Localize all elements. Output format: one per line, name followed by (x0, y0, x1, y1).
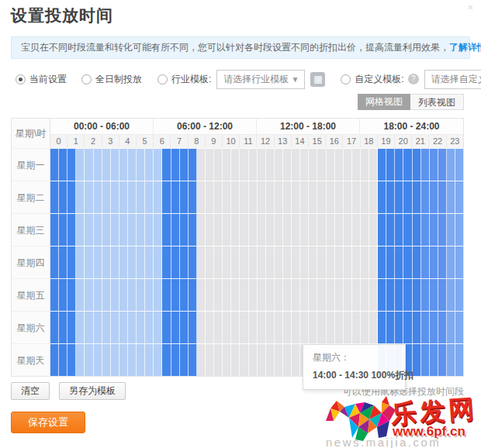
schedule-cell[interactable] (455, 213, 463, 246)
schedule-cell[interactable] (395, 148, 403, 181)
schedule-cell[interactable] (50, 213, 59, 246)
schedule-cell[interactable] (249, 278, 258, 311)
schedule-cell[interactable] (309, 311, 317, 343)
schedule-cell[interactable] (403, 311, 412, 343)
schedule-cell[interactable] (59, 181, 67, 213)
schedule-cell[interactable] (67, 343, 76, 376)
custom-template-select[interactable]: 请选择自定义模板 ▼ (424, 70, 481, 89)
schedule-cell[interactable] (59, 311, 67, 343)
schedule-cell[interactable] (76, 148, 85, 181)
schedule-cell[interactable] (102, 213, 111, 246)
schedule-cell[interactable] (189, 278, 197, 311)
schedule-cell[interactable] (128, 246, 137, 278)
schedule-cell[interactable] (275, 246, 283, 278)
schedule-cell[interactable] (206, 343, 214, 376)
schedule-cell[interactable] (59, 278, 67, 311)
schedule-cell[interactable] (344, 148, 352, 181)
schedule-cell[interactable] (94, 181, 102, 213)
help-icon[interactable]: ? (408, 74, 419, 84)
schedule-cell[interactable] (327, 246, 335, 278)
schedule-cell[interactable] (421, 213, 430, 246)
schedule-cell[interactable] (438, 148, 447, 181)
schedule-cell[interactable] (413, 343, 421, 376)
schedule-cell[interactable] (50, 148, 59, 181)
schedule-cell[interactable] (206, 148, 214, 181)
schedule-cell[interactable] (292, 278, 300, 311)
schedule-cell[interactable] (197, 278, 206, 311)
schedule-cell[interactable] (223, 311, 231, 343)
schedule-cell[interactable] (361, 311, 369, 343)
schedule-cell[interactable] (455, 181, 463, 213)
schedule-cell[interactable] (413, 213, 421, 246)
schedule-cell[interactable] (317, 181, 326, 213)
schedule-cell[interactable] (214, 343, 223, 376)
schedule-cell[interactable] (154, 311, 162, 343)
schedule-cell[interactable] (94, 278, 102, 311)
schedule-cell[interactable] (180, 181, 189, 213)
schedule-cell[interactable] (154, 278, 162, 311)
schedule-cell[interactable] (145, 311, 154, 343)
schedule-cell[interactable] (249, 148, 258, 181)
schedule-cell[interactable] (378, 311, 386, 343)
schedule-cell[interactable] (447, 311, 455, 343)
schedule-cell[interactable] (421, 343, 430, 376)
schedule-cell[interactable] (102, 181, 111, 213)
schedule-cell[interactable] (455, 148, 463, 181)
schedule-cell[interactable] (76, 246, 85, 278)
schedule-cell[interactable] (352, 213, 361, 246)
schedule-cell[interactable] (300, 181, 309, 213)
schedule-cell[interactable] (386, 246, 395, 278)
schedule-cell[interactable] (258, 148, 266, 181)
schedule-cell[interactable] (369, 148, 378, 181)
schedule-cell[interactable] (76, 181, 85, 213)
schedule-cell[interactable] (240, 181, 248, 213)
schedule-cell[interactable] (344, 213, 352, 246)
schedule-cell[interactable] (266, 148, 275, 181)
schedule-cell[interactable] (309, 148, 317, 181)
schedule-cell[interactable] (292, 148, 300, 181)
schedule-cell[interactable] (214, 311, 223, 343)
schedule-cell[interactable] (59, 148, 67, 181)
schedule-cell[interactable] (317, 311, 326, 343)
schedule-cell[interactable] (275, 213, 283, 246)
schedule-cell[interactable] (50, 311, 59, 343)
schedule-cell[interactable] (94, 246, 102, 278)
schedule-cell[interactable] (111, 148, 119, 181)
schedule-cell[interactable] (300, 213, 309, 246)
schedule-cell[interactable] (430, 246, 438, 278)
schedule-cell[interactable] (369, 213, 378, 246)
schedule-cell[interactable] (327, 148, 335, 181)
schedule-cell[interactable] (154, 246, 162, 278)
schedule-cell[interactable] (128, 181, 137, 213)
schedule-cell[interactable] (231, 343, 240, 376)
schedule-cell[interactable] (111, 311, 119, 343)
schedule-cell[interactable] (447, 278, 455, 311)
schedule-cell[interactable] (231, 311, 240, 343)
schedule-cell[interactable] (386, 278, 395, 311)
schedule-cell[interactable] (50, 246, 59, 278)
schedule-cell[interactable] (438, 246, 447, 278)
schedule-cell[interactable] (258, 311, 266, 343)
schedule-cell[interactable] (67, 278, 76, 311)
clear-button[interactable]: 清空 (11, 382, 50, 400)
schedule-cell[interactable] (180, 278, 189, 311)
schedule-cell[interactable] (50, 278, 59, 311)
schedule-cell[interactable] (249, 181, 258, 213)
schedule-cell[interactable] (430, 148, 438, 181)
schedule-cell[interactable] (292, 181, 300, 213)
schedule-cell[interactable] (85, 148, 93, 181)
schedule-cell[interactable] (378, 246, 386, 278)
schedule-cell[interactable] (369, 278, 378, 311)
schedule-cell[interactable] (240, 278, 248, 311)
schedule-cell[interactable] (214, 148, 223, 181)
schedule-cell[interactable] (154, 213, 162, 246)
schedule-cell[interactable] (369, 246, 378, 278)
schedule-cell[interactable] (102, 311, 111, 343)
schedule-cell[interactable] (240, 213, 248, 246)
schedule-cell[interactable] (317, 213, 326, 246)
schedule-cell[interactable] (111, 343, 119, 376)
schedule-cell[interactable] (145, 213, 154, 246)
schedule-cell[interactable] (421, 148, 430, 181)
schedule-cell[interactable] (403, 246, 412, 278)
schedule-cell[interactable] (214, 181, 223, 213)
